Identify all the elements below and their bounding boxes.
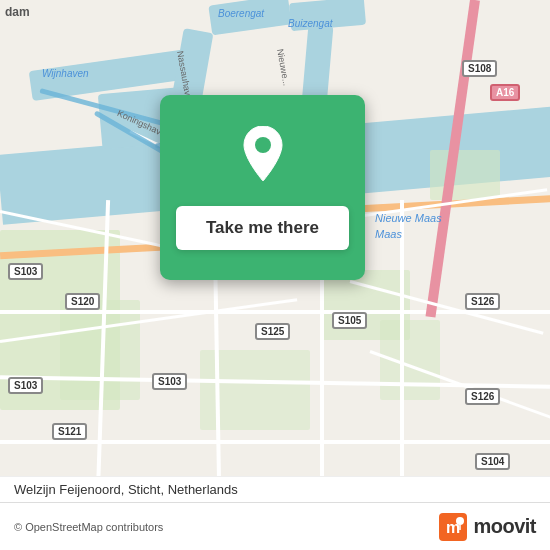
badge-a16: A16 (490, 84, 520, 101)
location-text: Welzijn Feijenoord, Sticht, Netherlands (14, 482, 238, 497)
moovit-brand-text: moovit (473, 515, 536, 538)
attribution-text: © OpenStreetMap contributors (14, 521, 439, 533)
badge-s103-left: S103 (8, 263, 43, 280)
badge-s126-top: S126 (465, 293, 500, 310)
road-h5 (0, 440, 550, 444)
popup-card: Take me there (160, 95, 365, 280)
moovit-icon: m (439, 513, 467, 541)
badge-s120: S120 (65, 293, 100, 310)
svg-point-3 (456, 517, 464, 525)
badge-s121: S121 (52, 423, 87, 440)
location-name-bar: Welzijn Feijenoord, Sticht, Netherlands (0, 476, 550, 502)
bottom-bar: © OpenStreetMap contributors m moovit (0, 502, 550, 550)
location-pin-icon (237, 126, 289, 188)
svg-point-0 (255, 137, 271, 153)
take-me-there-button[interactable]: Take me there (176, 206, 349, 250)
moovit-logo: m moovit (439, 513, 536, 541)
badge-s125: S125 (255, 323, 290, 340)
badge-s108: S108 (462, 60, 497, 77)
badge-s103-left2: S103 (8, 377, 43, 394)
badge-s103-mid: S103 (152, 373, 187, 390)
green-area-6 (430, 150, 500, 200)
badge-s105: S105 (332, 312, 367, 329)
badge-s104: S104 (475, 453, 510, 470)
badge-s126-bot: S126 (465, 388, 500, 405)
map-container: dam Wijnhaven Boerengat Buizengat Nassau… (0, 0, 550, 550)
